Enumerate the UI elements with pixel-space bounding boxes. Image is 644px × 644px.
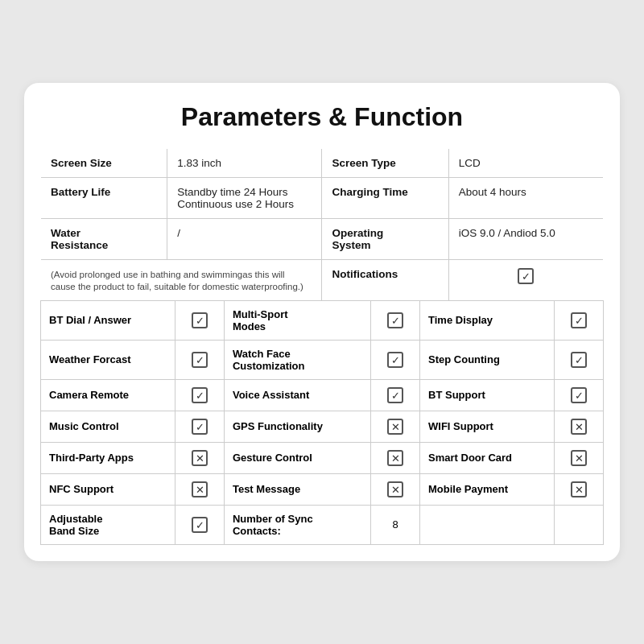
water-label: WaterResistance — [41, 219, 167, 260]
feature-row-6: AdjustableBand Size✓Number of SyncContac… — [41, 505, 604, 544]
feat-col1-check-1: ✓ — [175, 340, 225, 379]
main-card: Parameters & Function Screen Size 1.83 i… — [24, 83, 620, 561]
feat-col1-check-2: ✓ — [175, 379, 225, 411]
feat-col2-label-6: Number of SyncContacts: — [224, 505, 370, 544]
feat-col2-label-4: Gesture Control — [224, 442, 370, 473]
feat-col3-check-2: ✓ — [555, 379, 604, 411]
feature-row-1: Weather Forcast✓Watch FaceCustomization✓… — [41, 340, 604, 379]
feat-col3-check-0: ✓ — [555, 300, 604, 340]
water-value: / — [167, 219, 322, 260]
os-value: iOS 9.0 / Andiod 5.0 — [448, 219, 603, 260]
feat-col3-label-6 — [420, 505, 555, 544]
battery-value: Standby time 24 HoursContinuous use 2 Ho… — [167, 178, 322, 219]
feat-col1-label-0: BT Dial / Answer — [41, 300, 175, 340]
features-table: BT Dial / Answer✓Multi-SportModes✓Time D… — [40, 300, 604, 545]
feat-col3-label-2: BT Support — [420, 379, 555, 411]
feat-col3-label-4: Smart Door Card — [420, 442, 555, 473]
row-water: WaterResistance / OperatingSystem iOS 9.… — [41, 219, 604, 260]
screen-type-label: Screen Type — [322, 149, 448, 178]
feat-col1-label-3: Music Control — [41, 411, 175, 442]
feat-col2-label-3: GPS Functionality — [224, 411, 370, 442]
feature-row-2: Camera Remote✓Voice Assistant✓BT Support… — [41, 379, 604, 411]
screen-size-label: Screen Size — [41, 149, 167, 178]
feat-col2-label-1: Watch FaceCustomization — [224, 340, 370, 379]
feat-col1-check-0: ✓ — [175, 300, 225, 340]
notifications-check: ✓ — [448, 260, 603, 301]
feat-col2-check-1: ✓ — [371, 340, 420, 379]
feat-col2-check-5: ✕ — [371, 473, 420, 505]
params-table: Screen Size 1.83 inch Screen Type LCD Ba… — [40, 148, 604, 301]
screen-type-value: LCD — [448, 149, 603, 178]
feature-row-5: NFC Support✕Test Message✕Mobile Payment✕ — [41, 473, 604, 505]
feat-col1-label-6: AdjustableBand Size — [41, 505, 175, 544]
screen-size-value: 1.83 inch — [167, 149, 322, 178]
feat-col1-label-1: Weather Forcast — [41, 340, 175, 379]
feat-col3-check-3: ✕ — [555, 411, 604, 442]
feat-col3-check-6 — [555, 505, 604, 544]
feat-col1-label-4: Third-Party Apps — [41, 442, 175, 473]
feat-col3-label-5: Mobile Payment — [420, 473, 555, 505]
feat-col3-label-0: Time Display — [420, 300, 555, 340]
feat-col2-label-0: Multi-SportModes — [224, 300, 370, 340]
page-title: Parameters & Function — [40, 102, 604, 132]
feat-col1-check-6: ✓ — [175, 505, 225, 544]
row-water-note: (Avoid prolonged use in bathing and swim… — [41, 260, 604, 301]
battery-label: Battery Life — [41, 178, 167, 219]
feature-row-4: Third-Party Apps✕Gesture Control✕Smart D… — [41, 442, 604, 473]
feat-col3-check-5: ✕ — [555, 473, 604, 505]
feat-col2-check-6: 8 — [371, 505, 420, 544]
feat-col2-label-2: Voice Assistant — [224, 379, 370, 411]
notifications-label: Notifications — [322, 260, 448, 301]
feat-col3-check-1: ✓ — [555, 340, 604, 379]
charging-label: Charging Time — [322, 178, 448, 219]
feature-row-0: BT Dial / Answer✓Multi-SportModes✓Time D… — [41, 300, 604, 340]
feat-col3-label-1: Step Counting — [420, 340, 555, 379]
row-screen: Screen Size 1.83 inch Screen Type LCD — [41, 149, 604, 178]
feat-col1-check-5: ✕ — [175, 473, 225, 505]
feature-row-3: Music Control✓GPS Functionality✕WIFI Sup… — [41, 411, 604, 442]
feat-col2-check-3: ✕ — [371, 411, 420, 442]
water-note: (Avoid prolonged use in bathing and swim… — [41, 260, 322, 301]
feat-col1-label-2: Camera Remote — [41, 379, 175, 411]
feat-col2-check-4: ✕ — [371, 442, 420, 473]
feat-col3-label-3: WIFI Support — [420, 411, 555, 442]
os-label: OperatingSystem — [322, 219, 448, 260]
feat-col1-check-3: ✓ — [175, 411, 225, 442]
feat-col2-check-2: ✓ — [371, 379, 420, 411]
feat-col1-check-4: ✕ — [175, 442, 225, 473]
feat-col3-check-4: ✕ — [555, 442, 604, 473]
charging-value: About 4 hours — [448, 178, 603, 219]
feat-col2-label-5: Test Message — [224, 473, 370, 505]
feat-col1-label-5: NFC Support — [41, 473, 175, 505]
row-battery: Battery Life Standby time 24 HoursContin… — [41, 178, 604, 219]
feat-col2-check-0: ✓ — [371, 300, 420, 340]
